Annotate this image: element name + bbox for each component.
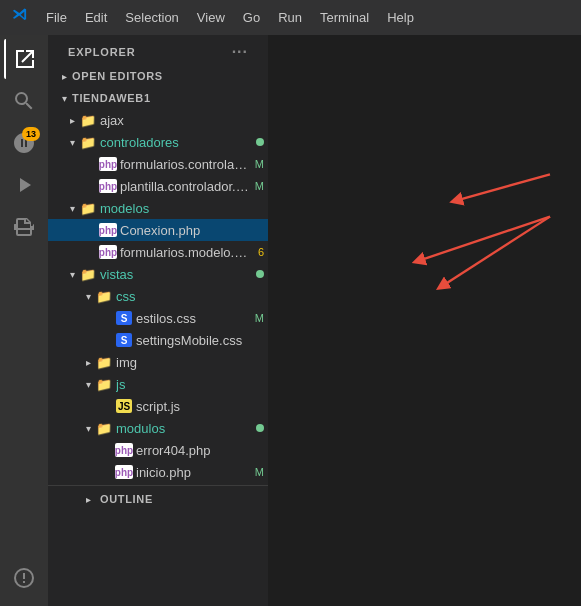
img-folder-icon: 📁 [96, 354, 112, 370]
empty-chevron5 [100, 310, 116, 326]
folder-modelos[interactable]: 📁 modelos [48, 197, 268, 219]
svg-line-2 [418, 217, 550, 261]
empty-chevron6 [100, 332, 116, 348]
sidebar-header: EXPLORER ··· [48, 35, 268, 65]
modulos-folder-icon: 📁 [96, 420, 112, 436]
vistas-badge [256, 270, 264, 278]
modelos-label: modelos [100, 201, 264, 216]
sidebar-more-actions[interactable]: ··· [232, 43, 248, 61]
formularios-ctrl-label: formularios.controlador... [120, 157, 251, 172]
menu-terminal[interactable]: Terminal [312, 6, 377, 29]
inicio-label: inicio.php [136, 465, 251, 480]
css-label: css [116, 289, 264, 304]
file-conexion[interactable]: php Conexion.php [48, 219, 268, 241]
settings-mobile-label: settingsMobile.css [136, 333, 264, 348]
formularios-modelo-badge: 6 [258, 246, 264, 258]
empty-chevron [84, 156, 100, 172]
folder-ajax[interactable]: 📁 ajax [48, 109, 268, 131]
formularios-modelo-label: formularios.modelo.php [120, 245, 254, 260]
file-inicio[interactable]: php inicio.php M [48, 461, 268, 483]
folder-js[interactable]: 📁 js [48, 373, 268, 395]
controladores-label: controladores [100, 135, 252, 150]
vistas-label: vistas [100, 267, 252, 282]
ajax-label: ajax [100, 113, 264, 128]
empty-chevron4 [84, 244, 100, 260]
title-bar: File Edit Selection View Go Run Terminal… [0, 0, 581, 606]
estilos-label: estilos.css [136, 311, 251, 326]
folder-img[interactable]: 📁 img [48, 351, 268, 373]
menu-help[interactable]: Help [379, 6, 422, 29]
empty-chevron2 [84, 178, 100, 194]
menubar: File Edit Selection View Go Run Terminal… [0, 0, 581, 35]
file-formularios-modelo[interactable]: php formularios.modelo.php 6 [48, 241, 268, 263]
formularios-modelo-php-icon: php [100, 244, 116, 260]
menu-edit[interactable]: Edit [77, 6, 115, 29]
file-error404[interactable]: php error404.php [48, 439, 268, 461]
inicio-badge: M [255, 466, 264, 478]
tiendaweb1-chevron [56, 90, 72, 106]
menu-file[interactable]: File [38, 6, 75, 29]
outline-section[interactable]: OUTLINE [48, 488, 268, 510]
source-control-activity-icon[interactable]: 13 [4, 123, 44, 163]
folder-modulos[interactable]: 📁 modulos [48, 417, 268, 439]
modulos-badge [256, 424, 264, 432]
empty-chevron9 [100, 464, 116, 480]
svg-line-3 [442, 217, 550, 287]
vistas-chevron [64, 266, 80, 282]
menu-go[interactable]: Go [235, 6, 268, 29]
conexion-label: Conexion.php [120, 223, 264, 238]
modelos-chevron [64, 200, 80, 216]
plantilla-ctrl-php-icon: php [100, 178, 116, 194]
search-activity-icon[interactable] [4, 81, 44, 121]
empty-chevron7 [100, 398, 116, 414]
controladores-chevron [64, 134, 80, 150]
css-chevron [80, 288, 96, 304]
root-folder-section[interactable]: TIENDAWEB1 [48, 87, 268, 109]
folder-controladores[interactable]: 📁 controladores [48, 131, 268, 153]
open-editors-section[interactable]: OPEN EDITORS [48, 65, 268, 87]
settings-mobile-css-icon: S [116, 332, 132, 348]
js-chevron [80, 376, 96, 392]
ajax-chevron [64, 112, 80, 128]
vistas-folder-icon: 📁 [80, 266, 96, 282]
extensions-activity-icon[interactable] [4, 207, 44, 247]
svg-line-1 [456, 174, 550, 200]
estilos-css-icon: S [116, 310, 132, 326]
controladores-folder-icon: 📁 [80, 134, 96, 150]
open-editors-label: OPEN EDITORS [72, 70, 264, 82]
conexion-php-icon: php [100, 222, 116, 238]
remote-activity-icon[interactable] [4, 558, 44, 598]
file-formularios-controlador[interactable]: php formularios.controlador... M [48, 153, 268, 175]
formularios-ctrl-badge: M [255, 158, 264, 170]
explorer-title: EXPLORER [68, 46, 136, 58]
file-settings-mobile-css[interactable]: S settingsMobile.css [48, 329, 268, 351]
error404-label: error404.php [136, 443, 264, 458]
menu-run[interactable]: Run [270, 6, 310, 29]
file-tree: OPEN EDITORS TIENDAWEB1 📁 ajax [48, 65, 268, 606]
editor-area [268, 35, 581, 606]
empty-chevron3 [84, 222, 100, 238]
script-js-icon: JS [116, 398, 132, 414]
img-label: img [116, 355, 264, 370]
sidebar: EXPLORER ··· OPEN EDITORS TIENDAWEB1 [48, 35, 268, 606]
vscode-logo [8, 7, 30, 29]
explorer-activity-icon[interactable] [4, 39, 44, 79]
file-estilos-css[interactable]: S estilos.css M [48, 307, 268, 329]
js-label: js [116, 377, 264, 392]
folder-css[interactable]: 📁 css [48, 285, 268, 307]
estilos-badge: M [255, 312, 264, 324]
menu-selection[interactable]: Selection [117, 6, 186, 29]
modulos-label: modulos [116, 421, 252, 436]
modulos-chevron [80, 420, 96, 436]
section-divider [48, 485, 268, 486]
run-activity-icon[interactable] [4, 165, 44, 205]
controladores-badge [256, 138, 264, 146]
menu-view[interactable]: View [189, 6, 233, 29]
file-plantilla-controlador[interactable]: php plantilla.controlador.php M [48, 175, 268, 197]
outline-chevron [80, 491, 96, 507]
modelos-folder-icon: 📁 [80, 200, 96, 216]
file-script-js[interactable]: JS script.js [48, 395, 268, 417]
error404-php-icon: php [116, 442, 132, 458]
folder-vistas[interactable]: 📁 vistas [48, 263, 268, 285]
empty-chevron8 [100, 442, 116, 458]
